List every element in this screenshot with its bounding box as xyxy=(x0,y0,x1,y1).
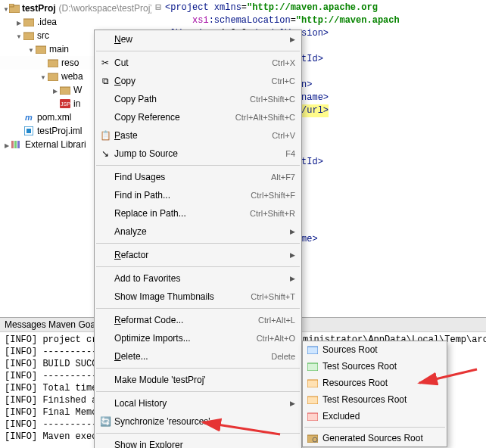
menu-find-in-path[interactable]: Find in Path...Ctrl+Shift+F xyxy=(95,186,301,204)
svg-rect-1 xyxy=(9,4,14,7)
tree-project-root[interactable]: testProj (D:\workspace\testProj) xyxy=(0,2,151,15)
menu-show-in-explorer[interactable]: Show in Explorer xyxy=(95,436,301,448)
folder-icon xyxy=(59,84,71,96)
svg-rect-12 xyxy=(11,141,14,148)
svg-rect-7 xyxy=(60,87,70,95)
menu-copy-path[interactable]: Copy PathCtrl+Shift+C xyxy=(95,90,301,108)
menu-paste[interactable]: 📋PasteCtrl+V xyxy=(95,126,301,145)
project-name: testProj xyxy=(22,3,56,14)
svg-rect-5 xyxy=(48,60,58,67)
menu-local-history[interactable]: Local History▶ xyxy=(95,394,301,412)
folder-orange-icon xyxy=(306,393,319,406)
module-file-icon xyxy=(23,125,35,137)
library-icon xyxy=(11,138,23,151)
menu-delete[interactable]: Delete...Delete xyxy=(95,347,301,366)
chevron-right-icon[interactable] xyxy=(15,17,23,27)
svg-rect-14 xyxy=(17,141,20,148)
chevron-right-icon[interactable] xyxy=(3,139,11,150)
menu-copy-reference[interactable]: Copy ReferenceCtrl+Alt+Shift+C xyxy=(95,108,301,126)
svg-rect-16 xyxy=(307,363,318,371)
menu-analyze[interactable]: Analyze▶ xyxy=(95,222,301,241)
menu-copy[interactable]: ⧉CopyCtrl+C xyxy=(95,72,301,90)
chevron-down-icon[interactable] xyxy=(3,3,9,14)
goto-icon: ↘ xyxy=(98,146,113,161)
chevron-down-icon[interactable] xyxy=(39,71,47,82)
svg-rect-3 xyxy=(23,33,34,40)
svg-rect-4 xyxy=(36,46,46,54)
svg-rect-11 xyxy=(26,129,31,133)
mark-directory-submenu[interactable]: Sources Root Test Sources Root Resources… xyxy=(302,341,447,447)
folder-blue-icon xyxy=(306,343,319,356)
folder-green-icon xyxy=(306,359,319,373)
folder-orange-icon xyxy=(306,376,319,390)
scissors-icon: ✂ xyxy=(98,55,113,70)
menu-find-usages[interactable]: Find UsagesAlt+F7 xyxy=(95,168,301,186)
menu-new[interactable]: New▶ xyxy=(95,30,301,48)
menu-cut[interactable]: ✂CutCtrl+X xyxy=(95,54,301,72)
submenu-test-sources-root[interactable]: Test Sources Root xyxy=(303,358,447,375)
folder-gear-icon xyxy=(306,431,319,445)
jsp-file-icon: JSP xyxy=(59,98,71,110)
paste-icon: 📋 xyxy=(98,128,113,143)
fold-icon[interactable]: ⊟ xyxy=(153,2,164,14)
menu-add-favorites[interactable]: Add to Favorites▶ xyxy=(95,269,301,288)
menu-reformat[interactable]: Reformat Code...Ctrl+Alt+L xyxy=(95,311,301,329)
svg-rect-17 xyxy=(307,380,318,387)
svg-text:JSP: JSP xyxy=(61,101,70,107)
sync-icon: 🔄 xyxy=(98,414,113,429)
svg-rect-15 xyxy=(307,347,318,354)
svg-rect-18 xyxy=(307,397,318,404)
svg-rect-19 xyxy=(307,413,318,421)
maven-file-icon: m xyxy=(23,111,35,123)
folder-icon xyxy=(23,16,35,28)
submenu-excluded[interactable]: Excluded xyxy=(303,408,447,425)
submenu-test-resources-root[interactable]: Test Resources Root xyxy=(303,391,447,408)
context-menu[interactable]: New▶ ✂CutCtrl+X ⧉CopyCtrl+C Copy PathCtr… xyxy=(94,30,302,448)
svg-rect-13 xyxy=(14,141,17,148)
submenu-generated-sources[interactable]: Generated Sources Root xyxy=(303,430,447,446)
menu-synchronize[interactable]: 🔄Synchronize 'resources' xyxy=(95,412,301,431)
menu-show-thumbnails[interactable]: Show Image ThumbnailsCtrl+Shift+T xyxy=(95,288,301,306)
folder-icon xyxy=(23,30,35,42)
svg-rect-6 xyxy=(48,73,58,81)
svg-rect-2 xyxy=(23,19,34,26)
menu-optimize-imports[interactable]: Optimize Imports...Ctrl+Alt+O xyxy=(95,329,301,347)
chevron-right-icon[interactable] xyxy=(51,85,59,95)
chevron-down-icon[interactable] xyxy=(27,44,35,54)
submenu-sources-root[interactable]: Sources Root xyxy=(303,341,447,358)
folder-icon xyxy=(9,2,20,14)
menu-jump-to-source[interactable]: ↘Jump to SourceF4 xyxy=(95,145,301,163)
folder-icon xyxy=(47,57,59,69)
project-path: (D:\workspace\testProj) xyxy=(59,3,151,14)
folder-red-icon xyxy=(306,409,319,423)
chevron-down-icon[interactable] xyxy=(15,30,23,41)
folder-icon xyxy=(47,70,59,82)
submenu-resources-root[interactable]: Resources Root xyxy=(303,375,447,391)
copy-icon: ⧉ xyxy=(98,73,113,89)
folder-icon xyxy=(35,43,47,55)
menu-replace-in-path[interactable]: Replace in Path...Ctrl+Shift+R xyxy=(95,204,301,222)
menu-refactor[interactable]: Refactor▶ xyxy=(95,246,301,264)
tree-idea-folder[interactable]: .idea xyxy=(0,15,151,29)
menu-make-module[interactable]: Make Module 'testProj' xyxy=(95,371,301,389)
